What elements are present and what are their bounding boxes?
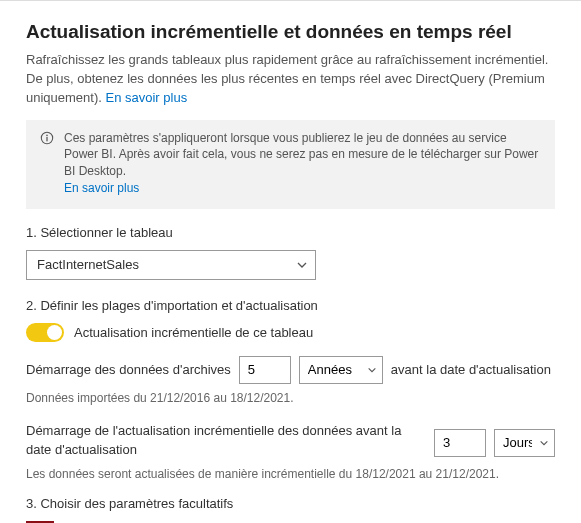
info-text: Ces paramètres s'appliqueront lorsque vo… xyxy=(64,130,541,197)
info-body: Ces paramètres s'appliqueront lorsque vo… xyxy=(64,131,538,179)
incremental-refresh-toggle[interactable] xyxy=(26,323,64,342)
page-title: Actualisation incrémentielle et données … xyxy=(26,21,555,43)
svg-point-1 xyxy=(46,134,48,136)
archive-suffix: avant la date d'actualisation xyxy=(391,362,551,377)
archive-amount-input[interactable] xyxy=(239,356,291,384)
section-1-label: 1. Sélectionner le tableau xyxy=(26,225,555,240)
refresh-start-label: Démarrage de l'actualisation incrémentie… xyxy=(26,421,426,460)
section-3-label: 3. Choisir des paramètres facultatifs xyxy=(26,496,555,511)
intro-text: Rafraîchissez les grands tableaux plus r… xyxy=(26,51,555,108)
intro-learn-more-link[interactable]: En savoir plus xyxy=(106,90,188,105)
toggle-label: Actualisation incrémentielle de ce table… xyxy=(74,325,313,340)
info-banner: Ces paramètres s'appliqueront lorsque vo… xyxy=(26,120,555,209)
table-select-value[interactable] xyxy=(26,250,316,280)
section-2-label: 2. Définir les plages d'importation et d… xyxy=(26,298,555,313)
archive-unit-select[interactable] xyxy=(299,356,383,384)
table-select[interactable] xyxy=(26,250,316,280)
info-learn-more-link[interactable]: En savoir plus xyxy=(64,181,139,195)
refresh-unit-select[interactable] xyxy=(494,429,555,457)
archive-unit-value[interactable] xyxy=(299,356,383,384)
intro-body: Rafraîchissez les grands tableaux plus r… xyxy=(26,52,548,105)
svg-rect-2 xyxy=(46,136,47,140)
archive-range-note: Données importées du 21/12/2016 au 18/12… xyxy=(26,390,555,407)
archive-start-label: Démarrage des données d'archives xyxy=(26,362,231,377)
refresh-amount-input[interactable] xyxy=(434,429,486,457)
refresh-range-note: Les données seront actualisées de manièr… xyxy=(26,466,555,483)
refresh-unit-value[interactable] xyxy=(494,429,555,457)
info-icon xyxy=(40,130,54,150)
